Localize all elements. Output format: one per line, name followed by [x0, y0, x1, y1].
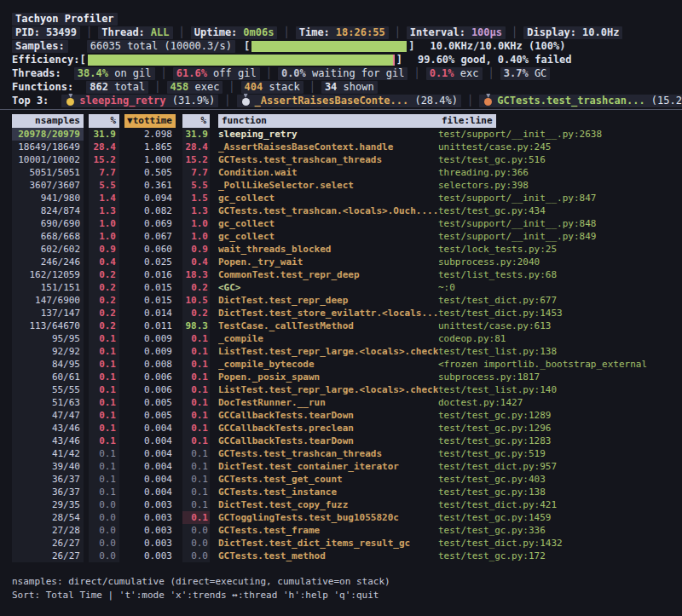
table-row[interactable]: 3607/3607 5.5 0.361 5.5 _PollLikeSelecto…	[0, 179, 682, 192]
cell-cum-pct: 1.0	[182, 217, 210, 230]
table-row[interactable]: 27/28 0.0 0.003 0.0 GCTests.test_frame t…	[0, 524, 682, 537]
column-header-direct-pct[interactable]: %	[89, 114, 119, 128]
table-row[interactable]: 43/46 0.1 0.004 0.1 GCCallbackTests.tear…	[0, 435, 682, 447]
footer: nsamples: direct/cumulative (direct=exec…	[0, 575, 682, 616]
cell-function: gc_collect	[218, 217, 438, 230]
column-header-file-line[interactable]: file:line	[438, 114, 496, 128]
interval-value: 100μs	[471, 26, 502, 39]
column-header-nsamples[interactable]: nsamples	[12, 114, 84, 128]
table-row[interactable]: 10001/10002 15.2 1.000 15.2 GCTests.test…	[0, 153, 682, 166]
cell-cum-pct: 0.0	[182, 524, 210, 537]
cell-cum-pct: 98.3	[182, 320, 210, 332]
cell-tottime: 0.006	[124, 371, 176, 383]
cell-direct-pct: 0.1	[89, 383, 119, 396]
table-row[interactable]: 29/35 0.0 0.003 0.1 DictTest.test_copy_f…	[0, 498, 682, 511]
table-row[interactable]: 43/46 0.1 0.004 0.1 GCCallbackTests.prec…	[0, 422, 682, 435]
column-header-cum-pct[interactable]: %	[182, 114, 210, 128]
cell-file-line: test/test_dict.py:1453	[438, 307, 682, 320]
samples-bar-open: [	[244, 39, 250, 53]
cell-file-line: test/test_gc.py:1289	[438, 409, 682, 422]
table-row[interactable]: 113/64670 0.2 0.011 98.3 TestCase._callT…	[0, 320, 682, 332]
functions-line: Functions: 862 total │ 458 exec │ 404 st…	[0, 80, 682, 94]
samples-bar-fill	[251, 41, 407, 52]
table-row[interactable]: 95/95 0.1 0.009 0.1 _compile codeop.py:8…	[0, 332, 682, 345]
cell-nsamples: 29/35	[12, 498, 84, 511]
app-title: Tachyon Profiler	[12, 13, 118, 26]
cell-tottime: 0.025	[124, 256, 176, 268]
top3-pct-1: (31.9%)	[172, 94, 216, 107]
efficiency-failed-fill	[393, 55, 394, 66]
table-row[interactable]: 55/55 0.1 0.006 0.1 ListTest.test_repr_l…	[0, 383, 682, 396]
cell-nsamples: 151/151	[12, 281, 84, 294]
cell-tottime: 1.000	[124, 153, 176, 166]
table-row[interactable]: 941/980 1.4 0.094 1.5 gc_collect test/su…	[0, 192, 682, 204]
time-label: Time:	[299, 26, 330, 39]
table-row[interactable]: 18649/18649 28.4 1.865 28.4 _AssertRaise…	[0, 141, 682, 153]
cell-tottime: 0.005	[124, 396, 176, 409]
table-row[interactable]: 26/27 0.0 0.003 0.0 DictTest.test_dict_i…	[0, 537, 682, 550]
silver-medal-icon	[242, 98, 250, 106]
column-header-function[interactable]: function	[218, 114, 438, 128]
table-row[interactable]: 824/874 1.3 0.082 1.3 GCTests.test_trash…	[0, 204, 682, 217]
table-row[interactable]: 36/37 0.1 0.004 0.1 GCTests.test_instanc…	[0, 486, 682, 498]
cell-nsamples: 92/92	[12, 345, 84, 358]
cell-direct-pct: 0.0	[89, 550, 119, 562]
table-row[interactable]: 20978/20979 31.9 2.098 31.9 sleeping_ret…	[0, 128, 682, 141]
pid-label: PID:	[15, 26, 40, 39]
cell-file-line: test/test_gc.py:1283	[438, 435, 682, 447]
table-row[interactable]: 5051/5051 7.7 0.505 7.7 Condition.wait t…	[0, 166, 682, 179]
table-row[interactable]: 162/12059 0.2 0.016 18.3 CommonTest.test…	[0, 268, 682, 281]
cell-nsamples: 43/46	[12, 422, 84, 435]
table-row[interactable]: 92/92 0.1 0.009 0.1 ListTest.test_repr_l…	[0, 345, 682, 358]
thread-chip[interactable]: Thread:ALL	[98, 26, 172, 39]
top3-item-2[interactable]: _AssertRaisesBaseConte... (28.4%)	[237, 95, 461, 107]
cell-nsamples: 51/63	[12, 396, 84, 409]
cell-direct-pct: 15.2	[89, 153, 119, 166]
top3-line: Top 3: sleeping_retry (31.9%) │ _AssertR…	[0, 94, 682, 107]
cell-function: ListTest.test_repr_large.<locals>.check	[218, 383, 438, 396]
table-row[interactable]: 246/246 0.4 0.025 0.4 Popen._try_wait su…	[0, 256, 682, 268]
cell-file-line: <frozen importlib._bootstrap_external	[438, 358, 682, 371]
cell-function: DictTest.test_copy_fuzz	[218, 498, 438, 511]
cell-tottime: 0.003	[124, 498, 176, 511]
cell-direct-pct: 0.1	[89, 358, 119, 371]
threads-line: Threads: 38.4% on gil │ 61.6% off gil │ …	[0, 66, 682, 80]
table-row[interactable]: 41/42 0.1 0.004 0.1 GCTests.test_trashca…	[0, 447, 682, 460]
cell-function: TestCase._callTestMethod	[218, 320, 438, 332]
column-header-tottime-sorted[interactable]: ▼tottime	[124, 114, 176, 128]
top3-item-1[interactable]: sleeping_retry (31.9%)	[61, 95, 218, 107]
table-row[interactable]: 47/47 0.1 0.005 0.1 GCCallbackTests.tear…	[0, 409, 682, 422]
table-row[interactable]: 602/602 0.9 0.060 0.9 wait_threads_block…	[0, 243, 682, 256]
interval-label: Interval:	[410, 26, 465, 39]
cell-file-line: test/support/__init__.py:847	[438, 192, 682, 204]
display-label: Display:	[527, 26, 576, 39]
table-row[interactable]: 84/95 0.1 0.008 0.1 _compile_bytecode <f…	[0, 358, 682, 371]
samples-bar-close: ]	[408, 39, 414, 53]
table-row[interactable]: 36/37 0.1 0.004 0.1 GCTests.test_get_cou…	[0, 473, 682, 486]
cell-cum-pct: 1.5	[182, 192, 210, 204]
divider: │	[283, 26, 289, 39]
table-row[interactable]: 26/27 0.0 0.003 0.0 GCTests.test_method …	[0, 550, 682, 562]
cell-direct-pct: 0.1	[89, 422, 119, 435]
top3-name-1: sleeping_retry	[79, 94, 165, 107]
cell-direct-pct: 0.2	[89, 281, 119, 294]
table-row[interactable]: 151/151 0.2 0.015 0.2 <GC> ~:0	[0, 281, 682, 294]
table-row[interactable]: 51/63 0.1 0.005 0.1 DocTestRunner.__run …	[0, 396, 682, 409]
cell-function: GCTests.test_trashcan_threads	[218, 153, 438, 166]
cell-cum-pct: 15.2	[182, 153, 210, 166]
table-row[interactable]: 28/54 0.0 0.003 0.1 GCTogglingTests.test…	[0, 511, 682, 524]
cell-file-line: subprocess.py:1817	[438, 371, 682, 383]
functions-total: 862 total	[86, 81, 148, 94]
cell-nsamples: 55/55	[12, 383, 84, 396]
cell-nsamples: 690/690	[12, 217, 84, 230]
table-row[interactable]: 690/690 1.0 0.069 1.0 gc_collect test/su…	[0, 217, 682, 230]
cell-cum-pct: 28.4	[182, 141, 210, 153]
table-row[interactable]: 668/668 1.0 0.067 1.0 gc_collect test/su…	[0, 230, 682, 243]
table-row[interactable]: 137/147 0.2 0.014 0.2 DictTest.test_stor…	[0, 307, 682, 320]
table-row[interactable]: 60/61 0.1 0.006 0.1 Popen._posix_spawn s…	[0, 371, 682, 383]
table-row[interactable]: 39/40 0.1 0.004 0.1 DictTest.test_contai…	[0, 460, 682, 473]
efficiency-bar-close: ]	[396, 53, 402, 66]
top3-item-3[interactable]: GCTests.test_trashcan... (15.2%)	[479, 95, 682, 107]
threads-off-gil: 61.6% off gil	[173, 67, 260, 80]
table-row[interactable]: 147/6900 0.2 0.015 10.5 DictTest.test_re…	[0, 294, 682, 307]
